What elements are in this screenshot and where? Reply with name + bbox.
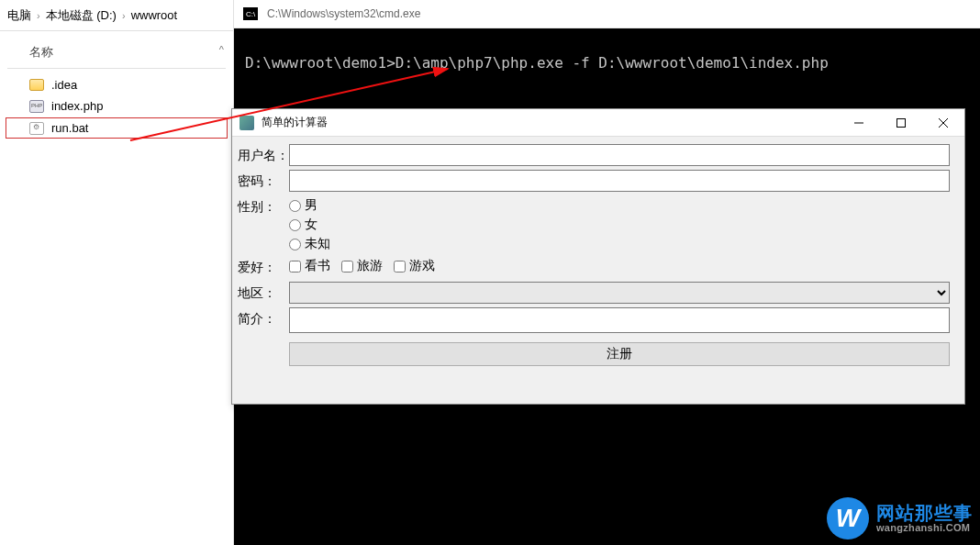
watermark-logo: W: [827, 497, 869, 539]
chevron-right-icon: ›: [37, 10, 40, 21]
radio-label: 未知: [305, 236, 330, 252]
svg-rect-1: [897, 118, 906, 127]
bat-file-icon: [29, 122, 44, 135]
hobby-check-reading[interactable]: 看书: [289, 258, 330, 274]
file-name: index.php: [51, 99, 103, 113]
region-select[interactable]: [289, 282, 950, 304]
gender-radio-female[interactable]: 女: [289, 217, 950, 233]
gender-radio-male[interactable]: 男: [289, 197, 950, 214]
checkbox-input[interactable]: [289, 261, 301, 272]
check-label: 旅游: [357, 258, 383, 274]
password-label: 密码：: [232, 170, 289, 192]
folder-icon: [29, 79, 44, 91]
close-button[interactable]: [922, 109, 964, 137]
file-row-php[interactable]: index.php: [0, 95, 233, 117]
radio-input[interactable]: [289, 219, 301, 231]
cmd-title: C:\Windows\system32\cmd.exe: [267, 7, 420, 20]
breadcrumb-seg[interactable]: wwwroot: [131, 8, 178, 22]
password-input[interactable]: [289, 170, 950, 192]
check-label: 游戏: [409, 258, 435, 274]
minimize-icon: [854, 118, 863, 128]
app-window: 简单的计算器 用户名： 密码： 性别：: [231, 108, 965, 405]
watermark-cn: 网站那些事: [876, 504, 973, 523]
close-icon: [939, 118, 948, 128]
file-explorer: 电脑 › 本地磁盘 (D:) › wwwroot 名称 .idea index.…: [0, 0, 234, 545]
cmd-line: D:\wwwroot\demo1>D:\amp\php7\php.exe -f …: [245, 54, 829, 72]
form: 用户名： 密码： 性别： 男 女: [232, 137, 964, 377]
checkbox-input[interactable]: [394, 261, 406, 272]
check-label: 看书: [305, 258, 330, 274]
file-name: .idea: [51, 78, 77, 92]
column-header-name[interactable]: 名称: [0, 31, 233, 68]
radio-input[interactable]: [289, 200, 301, 212]
app-titlebar[interactable]: 简单的计算器: [232, 109, 964, 137]
radio-input[interactable]: [289, 239, 301, 250]
breadcrumb-seg[interactable]: 电脑: [7, 7, 31, 24]
breadcrumb[interactable]: 电脑 › 本地磁盘 (D:) › wwwroot: [0, 0, 233, 31]
intro-label: 简介：: [232, 307, 289, 329]
php-file-icon: [29, 100, 44, 113]
maximize-icon: [896, 118, 906, 128]
maximize-button[interactable]: [880, 109, 922, 137]
cmd-icon: C:\: [243, 7, 258, 20]
hobby-check-travel[interactable]: 旅游: [341, 258, 383, 274]
username-label: 用户名：: [232, 144, 289, 166]
username-input[interactable]: [289, 144, 950, 166]
gender-label: 性别：: [232, 195, 289, 217]
minimize-button[interactable]: [838, 109, 880, 137]
radio-label: 女: [305, 217, 317, 233]
file-row-folder[interactable]: .idea: [0, 74, 233, 95]
watermark-en: wangzhanshi.COM: [876, 523, 973, 534]
breadcrumb-seg[interactable]: 本地磁盘 (D:): [46, 7, 117, 24]
cmd-titlebar[interactable]: C:\ C:\Windows\system32\cmd.exe: [234, 0, 980, 28]
hobby-label: 爱好：: [232, 256, 289, 278]
watermark: W 网站那些事 wangzhanshi.COM: [827, 497, 973, 539]
radio-label: 男: [305, 197, 317, 214]
app-title: 简单的计算器: [262, 115, 328, 130]
checkbox-input[interactable]: [341, 261, 353, 272]
file-row-bat[interactable]: run.bat: [6, 117, 228, 139]
register-button[interactable]: 注册: [289, 342, 950, 366]
divider: [7, 68, 226, 69]
file-name: run.bat: [51, 121, 88, 135]
chevron-right-icon: ›: [122, 10, 126, 21]
app-icon: [239, 116, 254, 130]
gender-radio-unknown[interactable]: 未知: [289, 236, 950, 252]
window-controls: [838, 109, 964, 137]
intro-textarea[interactable]: [289, 307, 950, 333]
region-label: 地区：: [232, 282, 289, 304]
hobby-check-game[interactable]: 游戏: [394, 258, 435, 274]
